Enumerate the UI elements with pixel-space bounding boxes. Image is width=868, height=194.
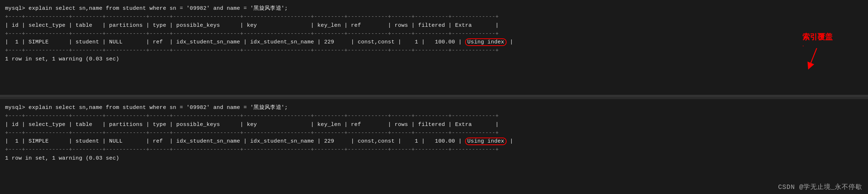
annotation-dot-1: · — [802, 42, 804, 50]
divider-1: +----+-------------+---------+----------… — [5, 13, 863, 21]
main-container: mysql> explain select sn,name from stude… — [0, 0, 868, 194]
result-line-1: 1 row in set, 1 warning (0.03 sec) — [5, 55, 863, 63]
arrow-svg-1 — [806, 48, 849, 70]
data-line-1: | 1 | SIMPLE | student | NULL | ref | id… — [5, 38, 863, 46]
header-line-2: | id | select_type | table | partitions … — [5, 121, 863, 129]
divider-3: +----+-------------+---------+----------… — [5, 46, 863, 55]
annotation-1: 索引覆盖 · — [802, 32, 849, 70]
cmd-line-2: mysql> explain select sn,name from stude… — [5, 104, 863, 112]
header-line-1: | id | select_type | table | partitions … — [5, 21, 863, 30]
divider-2: +----+-------------+---------+----------… — [5, 30, 863, 38]
terminal-block-2: mysql> explain select sn,name from stude… — [0, 97, 868, 194]
divider-5: +----+-------------+---------+----------… — [5, 129, 863, 137]
svg-line-0 — [810, 48, 817, 66]
annotation-label-1: 索引覆盖 — [802, 32, 833, 42]
using-index-badge-1: Using index — [465, 38, 506, 46]
using-index-badge-2: Using index — [465, 138, 506, 145]
terminal-block-1: mysql> explain select sn,name from stude… — [0, 0, 868, 97]
cmd-line-1: mysql> explain select sn,name from stude… — [5, 4, 863, 13]
divider-4: +----+-------------+---------+----------… — [5, 112, 863, 120]
result-line-2: 1 row in set, 1 warning (0.03 sec) — [5, 154, 863, 163]
watermark: CSDN @学无止境_永不停歇 — [778, 182, 862, 191]
data-line-2: | 1 | SIMPLE | student | NULL | ref | id… — [5, 137, 863, 146]
divider-6: +----+-------------+---------+----------… — [5, 146, 863, 154]
